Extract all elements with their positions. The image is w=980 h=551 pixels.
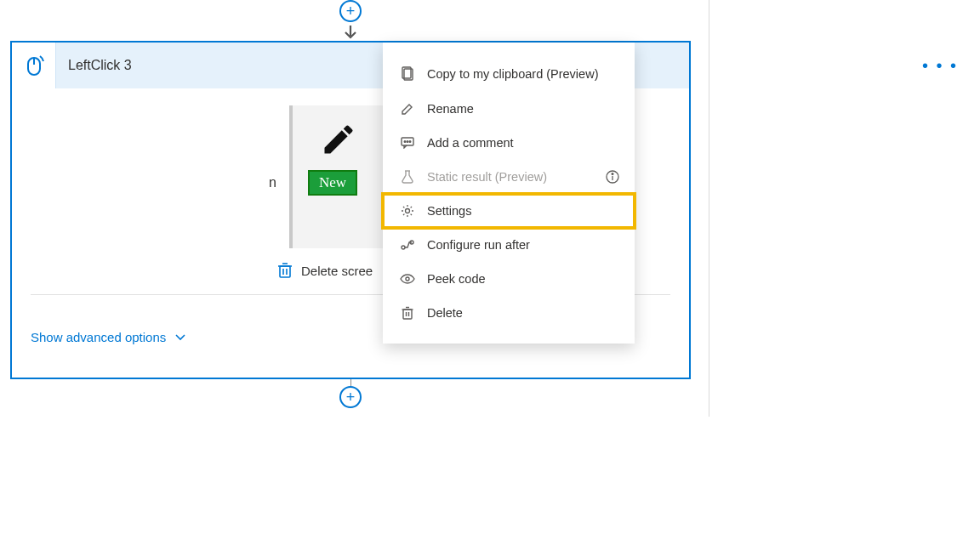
gear-icon <box>400 204 415 218</box>
svg-point-17 <box>612 173 613 175</box>
ellipsis-icon: • • • <box>922 56 958 76</box>
menu-comment-label: Add a comment <box>427 136 514 150</box>
svg-point-21 <box>406 277 409 281</box>
svg-point-11 <box>404 141 406 143</box>
add-step-top[interactable]: + <box>339 0 362 41</box>
menu-comment[interactable]: Add a comment <box>383 126 635 160</box>
svg-point-12 <box>407 141 408 143</box>
clipboard-icon <box>400 66 415 82</box>
menu-peek-label: Peek code <box>427 272 486 286</box>
new-badge: New <box>308 170 357 196</box>
trash-icon <box>400 306 415 320</box>
svg-rect-22 <box>403 310 412 319</box>
screenshot-preview: n New <box>289 105 383 248</box>
eye-icon <box>400 274 415 284</box>
trash-icon <box>277 262 293 279</box>
more-actions-button[interactable]: • • • <box>915 51 965 81</box>
panel-divider <box>709 0 709 417</box>
menu-settings-label: Settings <box>427 204 471 218</box>
flask-icon <box>400 170 415 184</box>
delete-screenshot-label: Delete scree <box>301 264 373 278</box>
pencil-icon <box>320 121 357 158</box>
menu-delete[interactable]: Delete <box>383 296 635 330</box>
svg-point-18 <box>406 209 410 213</box>
action-title: LeftClick 3 <box>68 58 132 73</box>
menu-delete-label: Delete <box>427 306 463 320</box>
action-type-icon <box>12 43 56 88</box>
svg-point-13 <box>409 141 411 143</box>
menu-settings[interactable]: Settings <box>383 194 635 228</box>
menu-peek-code[interactable]: Peek code <box>383 262 635 296</box>
svg-point-19 <box>402 246 405 249</box>
connector-line <box>350 379 351 386</box>
rename-icon <box>400 102 415 116</box>
menu-copy[interactable]: Copy to my clipboard (Preview) <box>383 56 635 92</box>
preview-text: n <box>269 175 276 190</box>
arrow-down-icon <box>342 24 362 41</box>
menu-copy-label: Copy to my clipboard (Preview) <box>427 67 598 81</box>
menu-configure-label: Configure run after <box>427 238 530 252</box>
menu-rename[interactable]: Rename <box>383 92 635 126</box>
show-advanced-options[interactable]: Show advanced options <box>31 330 186 344</box>
mouse-click-icon <box>23 53 45 78</box>
run-after-icon <box>400 240 415 250</box>
plus-icon: + <box>339 386 362 408</box>
plus-icon: + <box>339 0 362 22</box>
comment-icon <box>400 137 415 149</box>
menu-static-result: Static result (Preview) <box>383 160 635 194</box>
add-step-bottom[interactable]: + <box>339 379 362 408</box>
delete-screenshot-button[interactable]: Delete scree <box>277 262 373 279</box>
menu-configure-run-after[interactable]: Configure run after <box>383 228 635 262</box>
svg-rect-3 <box>280 266 290 277</box>
context-menu: Copy to my clipboard (Preview) Rename <box>383 43 635 344</box>
chevron-down-icon <box>174 332 186 344</box>
menu-static-label: Static result (Preview) <box>427 170 547 184</box>
menu-rename-label: Rename <box>427 102 474 116</box>
advanced-options-label: Show advanced options <box>31 330 166 344</box>
info-icon[interactable] <box>606 170 619 184</box>
